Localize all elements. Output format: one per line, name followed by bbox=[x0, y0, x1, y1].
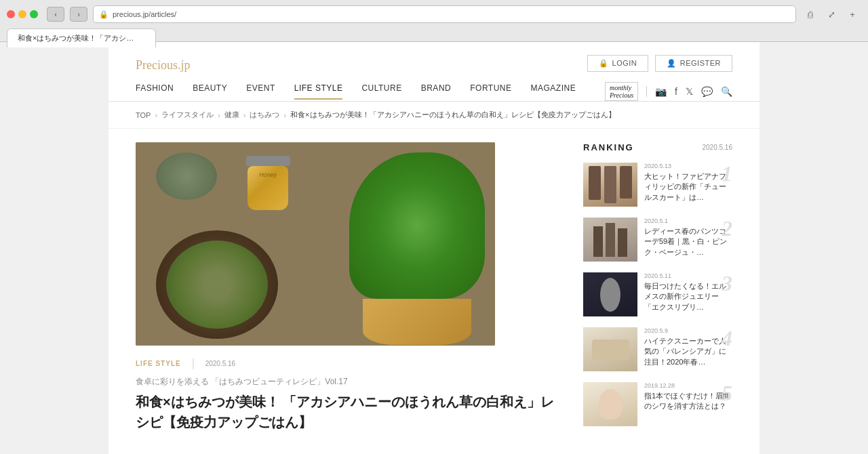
breadcrumb-current: 和食×はちみつが美味！「アカシアハニーのほうれん草の白和え」レシピ【免疫力アップ… bbox=[290, 110, 615, 120]
spinach-bunch bbox=[349, 152, 485, 335]
ranking-thumb-4 bbox=[583, 327, 637, 371]
breadcrumb-honey[interactable]: はちみつ bbox=[250, 110, 279, 120]
back-button[interactable]: ‹ bbox=[47, 7, 64, 22]
address-bar[interactable]: 🔒 precious.jp/articles/ bbox=[93, 5, 796, 23]
meta-divider: ｜ bbox=[188, 356, 199, 371]
main-layout: Honey bbox=[108, 129, 760, 451]
breadcrumb-top[interactable]: TOP bbox=[136, 111, 151, 119]
browser-tab[interactable]: 和食×はちみつが美味！「アカシアハニーのほうれん草の白和え」レシピ bbox=[7, 28, 156, 47]
new-tab-icon[interactable]: + bbox=[844, 7, 861, 22]
sidebar: RANKING 2020.5.16 bbox=[583, 142, 732, 437]
lock-icon: 🔒 bbox=[99, 10, 108, 19]
ranking-item-2[interactable]: 2020.5.1 レディース春のパンツコーデ59着｜黒・白・ピンク・ベージュ・…… bbox=[583, 218, 732, 262]
ranking-item-title-5: 指1本でほぐすだけ！眉間のシワを消す方法とは？ bbox=[644, 391, 732, 412]
spinach-leaves bbox=[349, 152, 485, 299]
site-header: Precious.jp 🔒 LOGIN 👤 REGISTER FASHION bbox=[108, 42, 760, 102]
ranking-item-date-4: 2020.5.9 bbox=[644, 327, 732, 334]
ranking-item-date-5: 2019.12.28 bbox=[644, 382, 732, 389]
article-area: Honey bbox=[136, 142, 556, 437]
expand-icon[interactable]: ⤢ bbox=[823, 7, 840, 22]
search-icon[interactable]: 🔍 bbox=[721, 86, 732, 97]
header-buttons: 🔒 LOGIN 👤 REGISTER bbox=[587, 55, 732, 72]
jar-lid bbox=[246, 156, 290, 166]
facebook-icon[interactable]: f bbox=[675, 86, 677, 97]
nav-item-fashion[interactable]: FASHION bbox=[136, 83, 174, 100]
breadcrumb-sep-4: › bbox=[283, 111, 286, 119]
breadcrumb-sep-1: › bbox=[155, 111, 157, 119]
login-button[interactable]: 🔒 LOGIN bbox=[587, 55, 648, 72]
lock-icon: 🔒 bbox=[599, 59, 609, 68]
breadcrumb-health[interactable]: 健康 bbox=[224, 110, 239, 120]
page-wrapper: Precious.jp 🔒 LOGIN 👤 REGISTER FASHION bbox=[0, 42, 868, 454]
ranking-info-2: 2020.5.1 レディース春のパンツコーデ59着｜黒・白・ピンク・ベージュ・… bbox=[644, 218, 732, 257]
ranking-item-title-4: ハイテクスニーカーで人気の「バレンシアガ」に注目！2020年春… bbox=[644, 336, 732, 367]
browser-chrome: ‹ › 🔒 precious.jp/articles/ ⎙ ⤢ + 和食×はちみ… bbox=[0, 0, 868, 42]
person-icon: 👤 bbox=[667, 59, 677, 68]
tab-title: 和食×はちみつが美味！「アカシアハニーのほうれん草の白和え」レシピ bbox=[18, 33, 140, 43]
url-text: precious.jp/articles/ bbox=[113, 10, 176, 18]
nav-item-fortune[interactable]: FORTUNE bbox=[470, 83, 511, 100]
fullscreen-button[interactable] bbox=[30, 10, 38, 18]
article-category: LIFE STYLE bbox=[136, 360, 181, 367]
article-title: 和食×はちみつが美味！ 「アカシアハニーのほうれん草の白和え」レシピ【免疫力アッ… bbox=[136, 392, 556, 432]
nav-item-brand[interactable]: BRAND bbox=[421, 83, 452, 100]
ranking-thumb-3 bbox=[583, 272, 637, 316]
ranking-item-5[interactable]: 2019.12.28 指1本でほぐすだけ！眉間のシワを消す方法とは？ 5 bbox=[583, 382, 732, 426]
ranking-item-date-2: 2020.5.1 bbox=[644, 218, 732, 224]
line-icon[interactable]: 💬 bbox=[701, 86, 713, 97]
food-item bbox=[166, 241, 268, 329]
magazine-logo: monthlyPrecious bbox=[605, 82, 638, 101]
close-button[interactable] bbox=[7, 10, 15, 18]
breadcrumb-lifestyle[interactable]: ライフスタイル bbox=[161, 110, 214, 120]
ranking-header: RANKING 2020.5.16 bbox=[583, 142, 732, 152]
nav-right: monthlyPrecious 📷 f 𝕏 💬 🔍 bbox=[605, 82, 732, 101]
nav-item-culture[interactable]: CULTURE bbox=[361, 83, 401, 100]
small-dish bbox=[156, 152, 217, 200]
breadcrumb: TOP › ライフスタイル › 健康 › はちみつ › 和食×はちみつが美味！「… bbox=[108, 102, 760, 129]
main-navigation: FASHION BEAUTY EVENT LIFE STYLE CULTURE … bbox=[136, 82, 732, 101]
logo-suffix: .jp bbox=[178, 58, 191, 72]
ranking-item-3[interactable]: 2020.5.11 毎日つけたくなる！エルメスの新作ジュエリー「エクスリブリ… … bbox=[583, 272, 732, 316]
ranking-item-1[interactable]: 2020.5.13 大ヒット！ファビアナフィリッピの新作「チュールスカート」は…… bbox=[583, 163, 732, 207]
ranking-number-5: 5 bbox=[722, 382, 732, 404]
nav-divider bbox=[646, 86, 647, 97]
honey-jar: Honey bbox=[244, 156, 292, 213]
instagram-icon[interactable]: 📷 bbox=[655, 86, 667, 97]
nav-item-lifestyle[interactable]: LIFE STYLE bbox=[294, 83, 343, 100]
traffic-lights bbox=[7, 10, 38, 18]
ranking-item-4[interactable]: 2020.5.9 ハイテクスニーカーで人気の「バレンシアガ」に注目！2020年春… bbox=[583, 327, 732, 371]
ranking-info-1: 2020.5.13 大ヒット！ファビアナフィリッピの新作「チュールスカート」は… bbox=[644, 163, 732, 203]
ranking-thumb-1 bbox=[583, 163, 637, 207]
page-content: Precious.jp 🔒 LOGIN 👤 REGISTER FASHION bbox=[108, 42, 760, 454]
ranking-number-2: 2 bbox=[722, 218, 732, 239]
twitter-icon[interactable]: 𝕏 bbox=[686, 86, 693, 97]
article-date: 2020.5.16 bbox=[205, 360, 236, 367]
ranking-item-date-1: 2020.5.13 bbox=[644, 163, 732, 169]
article-subtitle: 食卓に彩りを添える 「はちみつビューティレシピ」Vol.17 bbox=[136, 376, 556, 388]
article-image: Honey bbox=[136, 142, 495, 346]
minimize-button[interactable] bbox=[18, 10, 26, 18]
article-meta: LIFE STYLE ｜ 2020.5.16 bbox=[136, 356, 556, 371]
nav-item-magazine[interactable]: MAGAZINE bbox=[531, 83, 576, 100]
spinach-basket bbox=[363, 299, 471, 345]
main-dish bbox=[156, 230, 278, 339]
ranking-item-date-3: 2020.5.11 bbox=[644, 272, 732, 279]
nav-item-beauty[interactable]: BEAUTY bbox=[193, 83, 227, 100]
ranking-number-4: 4 bbox=[722, 327, 732, 349]
ranking-info-5: 2019.12.28 指1本でほぐすだけ！眉間のシワを消す方法とは？ bbox=[644, 382, 732, 412]
ranking-item-title-2: レディース春のパンツコーデ59着｜黒・白・ピンク・ベージュ・… bbox=[644, 226, 732, 257]
ranking-date: 2020.5.16 bbox=[703, 144, 733, 151]
share-icon[interactable]: ⎙ bbox=[802, 7, 819, 22]
register-button[interactable]: 👤 REGISTER bbox=[655, 55, 732, 72]
breadcrumb-sep-2: › bbox=[218, 111, 220, 119]
nav-item-event[interactable]: EVENT bbox=[246, 83, 275, 100]
ranking-thumb-2 bbox=[583, 218, 637, 262]
forward-button[interactable]: › bbox=[70, 7, 87, 22]
ranking-item-title-1: 大ヒット！ファビアナフィリッピの新作「チュールスカート」は… bbox=[644, 171, 732, 203]
ranking-number-1: 1 bbox=[722, 163, 732, 184]
ranking-info-4: 2020.5.9 ハイテクスニーカーで人気の「バレンシアガ」に注目！2020年春… bbox=[644, 327, 732, 367]
ranking-title: RANKING bbox=[583, 142, 634, 152]
ranking-info-3: 2020.5.11 毎日つけたくなる！エルメスの新作ジュエリー「エクスリブリ… bbox=[644, 272, 732, 312]
ranking-number-3: 3 bbox=[722, 272, 732, 294]
ranking-item-title-3: 毎日つけたくなる！エルメスの新作ジュエリー「エクスリブリ… bbox=[644, 281, 732, 312]
